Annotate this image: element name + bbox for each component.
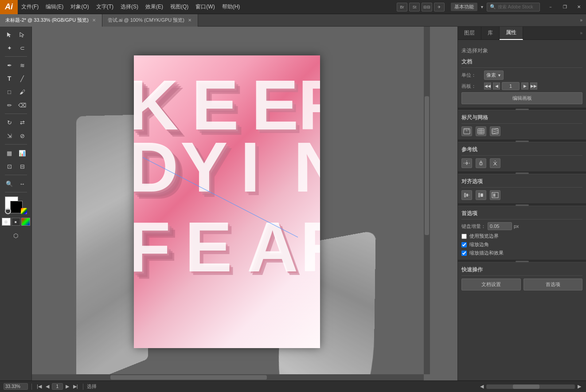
preview-bounds-checkbox[interactable] <box>461 234 467 239</box>
artboard-page-input[interactable] <box>52 383 63 390</box>
lasso-tool[interactable]: ⊂ <box>16 42 28 54</box>
align-artboard-btn[interactable] <box>490 190 500 200</box>
menu-help[interactable]: 帮助(H) <box>219 0 244 14</box>
status-label: 选择 <box>87 383 97 390</box>
artboard-tool[interactable]: ⬡ <box>10 229 22 242</box>
h-scroll-thumb[interactable] <box>110 375 267 380</box>
none-icon[interactable] <box>5 208 11 214</box>
pixel-grid-btn[interactable] <box>490 126 500 136</box>
workspace-btn[interactable]: 基本功能 <box>451 3 477 11</box>
close-btn[interactable]: ✕ <box>572 0 586 14</box>
section-div-1 <box>458 108 586 110</box>
tab-library[interactable]: 库 <box>481 27 500 40</box>
artboard-next[interactable]: ▶ <box>521 82 528 90</box>
tab-layers[interactable]: 图层 <box>458 27 481 40</box>
scroll-right-btn[interactable]: ▶ <box>576 383 582 390</box>
align-pixel-btn[interactable] <box>461 190 472 200</box>
selection-tool[interactable] <box>3 28 16 41</box>
artboard-prev[interactable]: ◀ <box>493 82 500 90</box>
scale-tool[interactable]: ⇲ <box>3 129 16 142</box>
pencil-tool[interactable]: ✏ <box>3 99 16 111</box>
rect-tool[interactable]: □ <box>3 86 16 98</box>
artboard-next-next[interactable]: ▶▶ <box>530 82 537 90</box>
menu-view[interactable]: 视图(Q) <box>167 0 192 14</box>
v-scrollbar[interactable] <box>424 27 430 374</box>
tab-properties[interactable]: 属性 <box>500 27 523 40</box>
pen-tool[interactable]: ✒ <box>3 59 16 71</box>
tab-close-0[interactable]: ✕ <box>91 17 97 23</box>
svg-rect-26 <box>481 194 483 196</box>
curvature-tool[interactable]: ≋ <box>16 59 28 71</box>
menu-object[interactable]: 对象(O) <box>67 0 92 14</box>
bridge-icon[interactable]: Br <box>397 3 407 12</box>
shear-tool[interactable]: ⊘ <box>16 129 28 142</box>
share-icon[interactable]: ✈ <box>434 3 445 12</box>
status-sep-2 <box>83 384 83 390</box>
clear-guides-btn[interactable] <box>490 158 500 168</box>
black-swatch[interactable]: ■ <box>12 218 20 226</box>
menu-window[interactable]: 窗口(W) <box>192 0 218 14</box>
preview-bounds-label: 使用预览边界 <box>469 233 499 239</box>
h-scrollbar[interactable] <box>32 374 424 380</box>
menu-effect[interactable]: 效果(E) <box>142 0 167 14</box>
artboard-first-btn[interactable]: |◀ <box>35 383 43 390</box>
canvas-area[interactable]: K E E P D Y I N G F E A R <box>32 27 430 380</box>
align-key-object-btn[interactable] <box>476 190 486 200</box>
quick-actions-section: 快速操作 文档设置 首选项 <box>461 264 582 290</box>
menu-text[interactable]: 文字(T) <box>93 0 117 14</box>
line-tool[interactable]: ╱ <box>16 72 28 85</box>
zoom-tool[interactable]: 🔍 <box>3 177 16 190</box>
grid-btn[interactable] <box>476 126 486 136</box>
doc-settings-btn[interactable]: 文档设置 <box>461 278 521 290</box>
arrange-icon[interactable]: ⊟⊟ <box>422 3 432 12</box>
artboard-prev-btn[interactable]: ◀ <box>44 383 51 390</box>
graph-col-tool[interactable]: 📊 <box>16 147 28 159</box>
color-icon[interactable] <box>21 208 27 214</box>
artboard-last-btn[interactable]: ▶| <box>72 383 79 390</box>
unit-select[interactable]: 像素 ▼ <box>484 71 504 80</box>
artboard-prev-prev[interactable]: ◀◀ <box>484 82 491 90</box>
stock-icon[interactable]: St <box>409 3 420 12</box>
keyboard-input[interactable] <box>488 222 512 230</box>
minimize-btn[interactable]: － <box>543 0 558 14</box>
gradient-swatch[interactable] <box>21 218 30 226</box>
lock-guides-btn[interactable] <box>476 158 486 168</box>
magic-wand-tool[interactable]: ✦ <box>3 42 16 54</box>
menu-file[interactable]: 文件(F) <box>18 0 42 14</box>
graph-bar-tool[interactable]: ▦ <box>3 147 16 159</box>
guides-section-title: 参考线 <box>461 144 582 156</box>
restore-btn[interactable]: ❐ <box>558 0 572 14</box>
scale-corners-checkbox[interactable] <box>461 242 467 247</box>
hand-tool[interactable]: ↔ <box>16 177 28 190</box>
svg-line-11 <box>492 129 498 130</box>
tab-close-1[interactable]: ✕ <box>187 17 192 23</box>
paintbrush-tool[interactable]: 🖌 <box>16 86 28 98</box>
reflect-tool[interactable]: ⇄ <box>16 116 28 129</box>
tab-1[interactable]: 尝试.ai @ 100% (CMYK/GPU 预览) ✕ <box>102 14 198 27</box>
scroll-left-btn[interactable]: ◀ <box>479 383 485 390</box>
slice-select-tool[interactable]: ⊟ <box>16 160 28 172</box>
artboard-next-btn[interactable]: ▶ <box>64 383 70 390</box>
edit-artboard-btn[interactable]: 编辑画板 <box>461 92 582 104</box>
show-guides-btn[interactable] <box>461 158 472 168</box>
search-placeholder[interactable]: 搜索 Adobe Stock <box>498 4 533 10</box>
h-scrollbar-status[interactable] <box>486 384 575 389</box>
slice-tool[interactable]: ⊡ <box>3 160 16 172</box>
panel-collapse-right[interactable]: » <box>576 18 586 23</box>
menu-select[interactable]: 选择(S) <box>117 0 142 14</box>
rotate-tool[interactable]: ↻ <box>3 116 16 129</box>
preferences-btn[interactable]: 首选项 <box>523 278 583 290</box>
panel-collapse-btn[interactable]: » <box>576 31 586 35</box>
artboard-input[interactable] <box>502 82 520 90</box>
ruler-btn[interactable] <box>461 126 472 136</box>
menu-edit[interactable]: 编辑(E) <box>42 0 67 14</box>
eraser-tool[interactable]: ⌫ <box>16 99 28 111</box>
zoom-input[interactable] <box>4 383 28 390</box>
direct-selection-tool[interactable] <box>16 28 28 41</box>
v-scroll-thumb[interactable] <box>425 96 429 235</box>
type-tool[interactable]: T <box>3 72 16 85</box>
tool-row-zoom: 🔍 ↔ <box>3 177 28 190</box>
scale-effects-checkbox[interactable] <box>461 251 467 256</box>
white-swatch[interactable]: □ <box>2 218 11 226</box>
tab-0[interactable]: 未标题-2* @ 33.33% (RGB/GPU 预览) ✕ <box>0 14 102 27</box>
